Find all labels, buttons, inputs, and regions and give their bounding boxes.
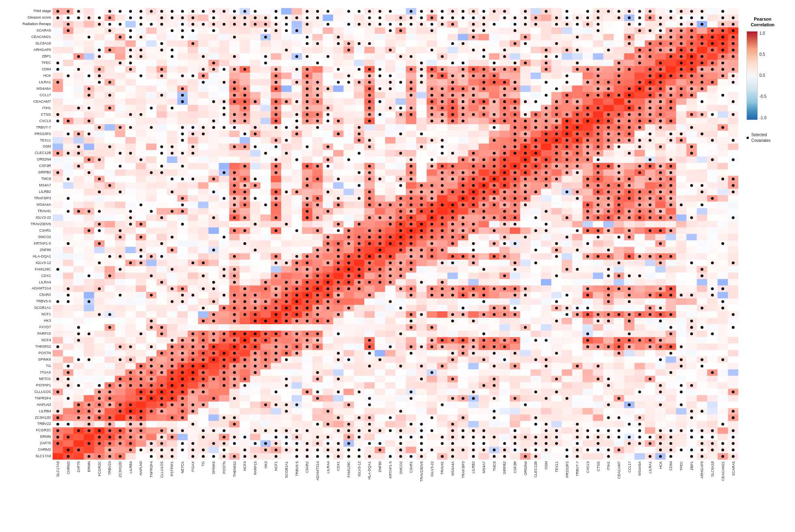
row-label: ARHGAP9 [12, 48, 51, 52]
col-label: CEACAM7 [617, 461, 621, 479]
col-label: CLLU1OS [160, 461, 164, 478]
row-label: PSTPIP1 [12, 384, 51, 387]
col-label-wrapper: LILRA1 [645, 460, 655, 498]
col-label: TRBV23 [108, 461, 112, 475]
col-label: SMCO2 [399, 461, 403, 474]
row-label: CCL17 [12, 93, 51, 97]
col-label-wrapper: CTSG [593, 460, 604, 498]
legend-value: 0.5 [759, 52, 766, 57]
col-label-wrapper: TMC8 [489, 460, 500, 498]
heatmap-legend: PearsonCorrelation 1.00.50.0-0.5-1.0 Sel… [53, 8, 791, 460]
row-label: C5AR2 [12, 293, 51, 297]
col-label: OR52N4 [524, 461, 528, 475]
row-label: FAM129C [12, 268, 51, 271]
row-label: LILRB2 [12, 190, 51, 194]
col-label-wrapper: PARP15 [250, 460, 261, 498]
row-label: TMC8 [12, 177, 51, 181]
col-label: ZNF80 [378, 461, 382, 473]
col-label-wrapper: OR52N4 [520, 460, 531, 498]
col-label: TRBV5-5 [295, 461, 299, 476]
col-label-wrapper: CEACAM21 [718, 460, 728, 498]
row-label: CLLU1OS [12, 390, 51, 394]
row-label: TFEC [12, 61, 51, 65]
col-label: CD84 [669, 461, 673, 471]
col-label-wrapper: CXCL5 [583, 460, 593, 498]
col-label-wrapper: CLEC12B [531, 460, 541, 498]
row-label: CD84 [12, 68, 51, 71]
row-label: HK3 [12, 319, 51, 323]
heatmap-container [53, 8, 738, 460]
row-label: CXCL5 [12, 119, 51, 123]
col-label-wrapper: C3AR1 [406, 460, 416, 498]
col-label-wrapper: TRAV41 [437, 460, 447, 498]
col-label-wrapper: ERMN [84, 460, 94, 498]
row-label: LILRB4 [12, 410, 51, 413]
col-label: IGLV3-22 [430, 461, 434, 477]
col-label: LILRA4 [326, 461, 330, 473]
row-label: TRAV23DV6 [12, 222, 51, 226]
col-label: ZAP70 [76, 461, 81, 473]
col-label-wrapper: CCL17 [624, 460, 635, 498]
row-label: TNM stage [12, 9, 51, 13]
row-label: C3AR1 [12, 229, 51, 232]
legend-dot-section: SelectedCovariates [746, 132, 771, 144]
col-label-wrapper: ITGAX [188, 460, 198, 498]
col-label-wrapper: TEX11 [551, 460, 562, 498]
row-labels-heatmap: TNM stageGleason scoreRadiation therapyS… [12, 8, 791, 460]
legend-value: 0.0 [759, 73, 766, 78]
row-label: TRBV7-7 [12, 126, 51, 129]
col-label: TRAF3IP3 [461, 461, 465, 478]
col-label-wrapper: CDX1 [333, 460, 344, 498]
legend-dot-label: SelectedCovariates [751, 132, 771, 144]
row-label: TRAV41 [12, 209, 51, 213]
col-label: FAM129C [347, 461, 351, 477]
col-label: CHRM2 [66, 461, 70, 474]
row-label: Gleason score [12, 16, 51, 19]
col-label-wrapper: TRAV23DV6 [416, 460, 427, 498]
col-label: THEMIS2 [233, 461, 237, 477]
row-label: FXYD7 [12, 325, 51, 329]
col-label: CEACAM21 [721, 461, 725, 481]
row-label: NCF1 [12, 312, 51, 316]
col-label: TNFRSF4 [149, 461, 153, 478]
legend-area: PearsonCorrelation 1.00.50.0-0.5-1.0 Sel… [738, 8, 791, 460]
col-label-wrapper: MS4A4A [447, 460, 458, 498]
col-label: C5AR2 [305, 461, 309, 473]
col-label-wrapper: IGLV3-12 [354, 460, 365, 498]
col-label-wrapper: POSTN [219, 460, 229, 498]
col-label-wrapper: ZC3H12D [115, 460, 125, 498]
legend-dot-icon [746, 137, 749, 139]
col-label-wrapper: CHRM2 [63, 460, 74, 498]
legend-gradient-bar [747, 32, 757, 120]
col-label-wrapper: TRBV23 [104, 460, 115, 498]
col-label: HK3 [264, 461, 268, 469]
col-label-wrapper: CLLU1OS [157, 460, 167, 498]
row-label: MS4A7 [12, 184, 51, 187]
col-label: ZBP1 [690, 461, 694, 471]
col-label-wrapper: HK3 [261, 460, 271, 498]
col-label: ARHGAP9 [700, 461, 704, 479]
col-label: CSF3R [513, 461, 517, 473]
col-label: HLA-DQA1 [367, 461, 371, 479]
col-label: SCGB1A1 [284, 461, 288, 478]
col-label-wrapper: IGLV3-22 [427, 460, 437, 498]
col-label: KRTAP1-5 [388, 461, 392, 478]
legend-labels: 1.00.50.0-0.5-1.0 [759, 31, 766, 120]
col-label: PSTPIP1 [170, 461, 174, 476]
row-label: HCK [12, 74, 51, 78]
col-label-wrapper: PRSS3P2 [562, 460, 572, 498]
y-axis-label [4, 8, 12, 500]
col-label: SLC17A9 [56, 461, 60, 477]
row-label: CEACAM21 [12, 35, 51, 39]
legend-title: PearsonCorrelation [746, 16, 779, 28]
row-label: HLA-DQA1 [12, 255, 51, 258]
row-label: IGLV3-22 [12, 216, 51, 220]
row-label: SLC17A9 [12, 454, 51, 458]
col-label: TRAV41 [440, 461, 444, 475]
col-label: TMC8 [492, 461, 496, 471]
row-label: PRSS3P2 [12, 132, 51, 136]
col-label-wrapper: HLA-DQA1 [365, 460, 375, 498]
col-label: TRAV23DV6 [420, 461, 424, 482]
row-label: SMCO2 [12, 235, 51, 239]
chart-area: TNM stageGleason scoreRadiation therapyS… [12, 8, 791, 500]
